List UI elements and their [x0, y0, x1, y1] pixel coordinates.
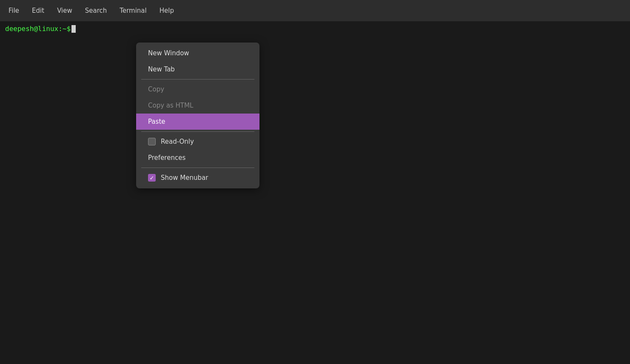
separator-2 [141, 131, 254, 132]
context-menu-show-menubar[interactable]: Show Menubar [136, 170, 259, 186]
terminal-prompt: deepesh@linux:~$ [5, 25, 625, 33]
menu-view[interactable]: View [53, 4, 77, 17]
context-menu-new-window[interactable]: New Window [136, 45, 259, 61]
menu-help[interactable]: Help [155, 4, 178, 17]
menu-bar: File Edit View Search Terminal Help [0, 0, 630, 21]
context-menu-copy: Copy [136, 81, 259, 97]
separator-3 [141, 168, 254, 168]
context-menu-copy-as-html: Copy as HTML [136, 97, 259, 114]
menu-edit[interactable]: Edit [28, 4, 48, 17]
read-only-checkbox[interactable] [148, 138, 156, 145]
prompt-text: deepesh@linux:~$ [5, 25, 71, 33]
terminal-body: deepesh@linux:~$ [0, 21, 630, 36]
menu-search[interactable]: Search [81, 4, 111, 17]
menu-terminal[interactable]: Terminal [115, 4, 151, 17]
context-menu: New Window New Tab Copy Copy as HTML Pas… [136, 43, 259, 188]
separator-1 [141, 79, 254, 80]
terminal-cursor [71, 25, 76, 33]
context-menu-new-tab[interactable]: New Tab [136, 61, 259, 77]
context-menu-read-only[interactable]: Read-Only [136, 134, 259, 150]
show-menubar-checkbox[interactable] [148, 174, 156, 182]
menu-file[interactable]: File [4, 4, 23, 17]
context-menu-preferences[interactable]: Preferences [136, 150, 259, 166]
context-menu-paste[interactable]: Paste [136, 114, 259, 130]
